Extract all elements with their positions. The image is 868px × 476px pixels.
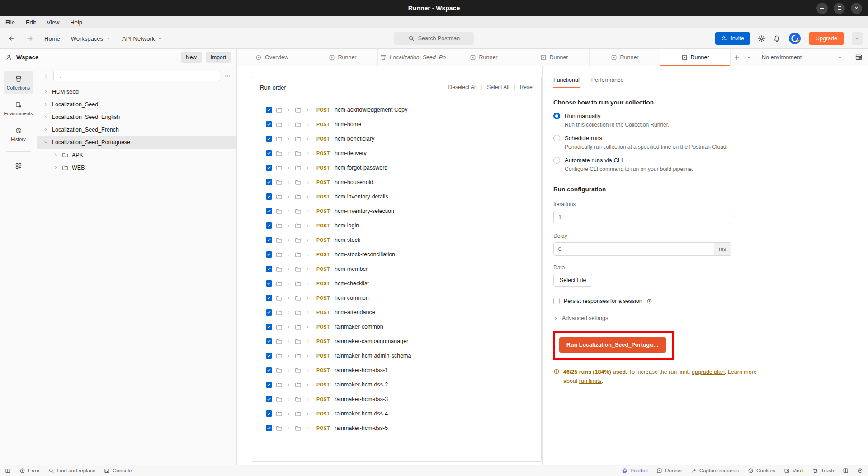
tree-item-localization-seed[interactable]: Localization_Seed	[37, 98, 236, 111]
status-capture-requests[interactable]: Capture requests	[691, 468, 739, 474]
sidebar-rail-environments[interactable]: Environments	[4, 97, 33, 119]
radio-run-manually[interactable]	[553, 113, 560, 119]
request-checkbox[interactable]	[266, 324, 272, 330]
tree-item-apk[interactable]: APK	[37, 149, 236, 161]
run-order-row[interactable]: POSTrainmaker-campaignmanager	[266, 334, 541, 349]
request-checkbox[interactable]	[266, 382, 272, 388]
run-order-row[interactable]: POSThcm-household	[266, 175, 541, 189]
menu-help[interactable]: Help	[70, 19, 82, 26]
workspace-name[interactable]: Wspace	[16, 54, 38, 61]
run-order-row[interactable]: POSTrainmaker-hcm-dss-3	[266, 392, 541, 406]
run-order-row[interactable]: POSTrainmaker-hcm-dss-4	[266, 406, 541, 421]
tree-item-localization-seed-english[interactable]: Localization_Seed_English	[37, 111, 236, 123]
request-checkbox[interactable]	[266, 237, 272, 243]
run-order-row[interactable]: POSTrainmaker-common	[266, 320, 541, 334]
status-find-and-replace[interactable]: Find and replace	[48, 468, 96, 474]
advanced-settings-toggle[interactable]: Advanced settings	[553, 315, 807, 321]
request-checkbox[interactable]	[266, 295, 272, 301]
iterations-input[interactable]	[553, 211, 731, 224]
request-checkbox[interactable]	[266, 150, 272, 156]
tree-item-localization-seed-french[interactable]: Localization_Seed_French	[37, 123, 236, 136]
info-icon[interactable]	[646, 298, 652, 304]
run-order-row[interactable]: POSThcm-inventory-selection	[266, 204, 541, 218]
run-order-row[interactable]: POSThcm-delivery	[266, 146, 541, 160]
tab-runner[interactable]: Runner	[519, 49, 590, 66]
request-checkbox[interactable]	[266, 266, 272, 272]
run-order-row[interactable]: POSThcm-member	[266, 262, 541, 276]
gear-icon[interactable]	[758, 35, 765, 42]
status-postbot[interactable]: Postbot	[622, 468, 648, 474]
status-console[interactable]: Console	[104, 468, 132, 474]
request-checkbox[interactable]	[266, 251, 272, 258]
request-checkbox[interactable]	[266, 107, 272, 113]
tree-item-web[interactable]: WEB	[37, 161, 236, 174]
run-collection-button[interactable]: Run Localization_Seed_Portugu…	[559, 337, 666, 353]
request-checkbox[interactable]	[266, 136, 272, 142]
run-order-row[interactable]: POSThcm-attendance	[266, 305, 541, 320]
avatar[interactable]	[788, 32, 801, 45]
tab-options-button[interactable]	[743, 49, 755, 66]
run-order-row[interactable]: POSThcm-login	[266, 218, 541, 233]
status-error[interactable]: Error	[19, 468, 40, 474]
sidebar-rail-collections[interactable]: Collections	[4, 71, 33, 94]
request-checkbox[interactable]	[266, 165, 272, 171]
delay-input[interactable]	[553, 242, 731, 256]
sidebar-rail-history[interactable]: History	[4, 123, 33, 145]
radio-automate-runs-via-cli[interactable]	[553, 157, 560, 164]
radio-schedule-runs[interactable]	[553, 135, 560, 141]
tab-overview[interactable]: Overview	[237, 49, 307, 66]
status-runner[interactable]: Runner	[656, 468, 682, 474]
request-checkbox[interactable]	[266, 121, 272, 127]
minimize-button[interactable]	[816, 3, 828, 14]
run-order-row[interactable]: POSThcm-checklist	[266, 276, 541, 291]
tree-item-localization-seed-portuguese[interactable]: Localization_Seed_Portuguese	[37, 136, 236, 149]
tab-functional[interactable]: Functional	[553, 77, 580, 88]
sidebar-rail-more-modules[interactable]	[4, 158, 33, 173]
run-order-row[interactable]: POSTrainmaker-hcm-dss-1	[266, 363, 541, 377]
run-order-row[interactable]: POSThcm-common	[266, 291, 541, 305]
search-input[interactable]: Search Postman	[394, 32, 474, 45]
collection-search-field[interactable]	[66, 72, 216, 80]
select-file-button[interactable]: Select File	[553, 274, 592, 287]
status-split[interactable]	[843, 468, 849, 474]
new-button[interactable]: New	[181, 52, 202, 63]
tab-runner[interactable]: Runner	[307, 49, 378, 66]
upgrade-plan-link[interactable]: upgrade plan	[692, 369, 725, 375]
request-checkbox[interactable]	[266, 367, 272, 373]
menu-edit[interactable]: Edit	[26, 19, 36, 26]
menu-view[interactable]: View	[47, 19, 59, 26]
status-sidebar-toggle[interactable]	[5, 468, 11, 474]
upgrade-button[interactable]: Upgrade	[809, 32, 844, 45]
run-order-row[interactable]: POSThcm-stock-reconciliation	[266, 247, 541, 262]
persist-responses-checkbox[interactable]	[553, 298, 560, 304]
import-button[interactable]: Import	[206, 52, 231, 63]
menu-file[interactable]: File	[5, 19, 15, 26]
tab-performance[interactable]: Performance	[591, 77, 624, 88]
deselect-all-button[interactable]: Deselect All	[443, 85, 482, 90]
status-trash[interactable]: Trash	[812, 468, 834, 474]
upgrade-dropdown-button[interactable]	[852, 32, 863, 45]
run-order-row[interactable]: POSTrainmaker-hcm-dss-5	[266, 421, 541, 435]
run-order-row[interactable]: POSThcm-stock	[266, 233, 541, 247]
request-checkbox[interactable]	[266, 338, 272, 344]
nav-workspaces[interactable]: Workspaces	[71, 35, 111, 42]
request-checkbox[interactable]	[266, 353, 272, 359]
nav-api-network[interactable]: API Network	[122, 35, 163, 42]
more-options-icon[interactable]	[224, 73, 231, 80]
run-limits-link[interactable]: run limits	[579, 378, 602, 384]
request-checkbox[interactable]	[266, 193, 272, 200]
request-checkbox[interactable]	[266, 222, 272, 229]
tab-runner[interactable]: Runner	[660, 49, 731, 66]
run-order-row[interactable]: POSTrainmaker-hcm-admin-schema	[266, 349, 541, 363]
close-button[interactable]: ×	[851, 3, 862, 14]
request-checkbox[interactable]	[266, 208, 272, 214]
run-mode-option-row[interactable]: Automate runs via CLI	[553, 157, 807, 164]
request-checkbox[interactable]	[266, 425, 272, 431]
status-help[interactable]	[857, 468, 863, 474]
request-checkbox[interactable]	[266, 410, 272, 417]
request-checkbox[interactable]	[266, 309, 272, 316]
forward-icon[interactable]	[26, 35, 33, 42]
back-icon[interactable]	[8, 35, 15, 42]
environment-selector[interactable]: No environment	[755, 49, 849, 66]
run-order-row[interactable]: POSThcm-beneficiary	[266, 132, 541, 146]
